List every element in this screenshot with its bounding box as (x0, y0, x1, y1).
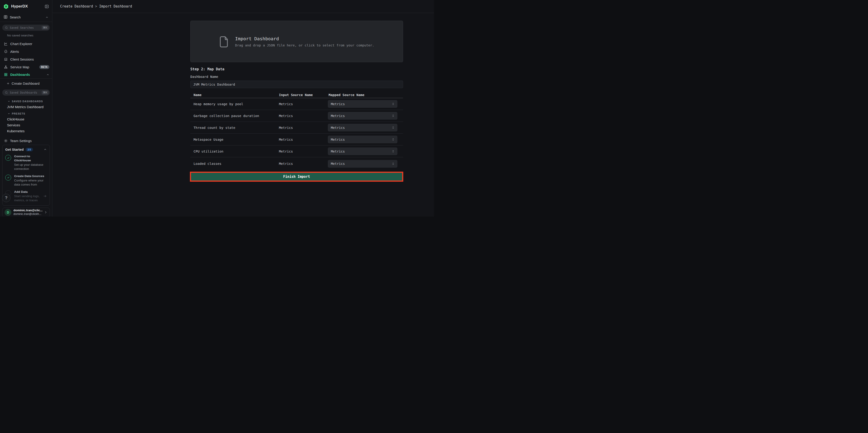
column-header-input-source: Input Source Name (279, 93, 328, 97)
row-name: Heap memory usage by pool (190, 102, 279, 106)
sidebar-item-service-map[interactable]: Service Map BETA (0, 63, 52, 71)
row-name: Metaspace Usage (190, 138, 279, 142)
dashboard-name-input[interactable] (190, 81, 403, 88)
breadcrumb-import-dashboard: Import Dashboard (99, 4, 132, 8)
mapped-source-select[interactable]: Metrics (328, 148, 397, 155)
shortcut-badge: ⌘K (42, 91, 49, 94)
step-label: Step 2: Map Data (190, 67, 403, 71)
table-row: CPU utilization Metrics Metrics (190, 146, 403, 157)
saved-searches-placeholder: Saved Searches (10, 26, 34, 29)
saved-dashboards-section-label: SAVED DASHBOARDS (12, 100, 43, 103)
breadcrumb: Create Dashboard > Import Dashboard (60, 4, 132, 8)
breadcrumb-create-dashboard[interactable]: Create Dashboard (60, 4, 93, 8)
menu-label: Dashboards (10, 73, 30, 76)
select-value: Metrics (331, 114, 345, 118)
mapped-source-select[interactable]: Metrics (328, 136, 397, 143)
avatar: D (5, 209, 11, 216)
gear-icon (4, 139, 8, 143)
menu-label: Alerts (10, 50, 19, 54)
chevron-up-icon[interactable] (43, 148, 47, 151)
get-started-item-texts: Add Data Start sending logs, metrics, or… (14, 190, 40, 203)
row-input-source: Metrics (279, 102, 328, 106)
sidebar-section-search[interactable]: Search (0, 13, 52, 22)
chart-explorer-icon (4, 42, 8, 46)
check-circle-icon (5, 155, 11, 161)
get-started-item-desc: Start sending logs, metrics, or traces (14, 194, 40, 203)
plus-icon (6, 82, 10, 85)
dropzone-texts: Import Dashboard Drag and drop a JSON fi… (235, 36, 374, 47)
saved-dashboard-item[interactable]: JVM Metrics Dashboard (0, 104, 52, 110)
saved-dashboards-placeholder: Saved Dashboards (10, 91, 37, 94)
laptop-icon (4, 57, 8, 61)
select-chevrons-icon (392, 126, 395, 129)
get-started-item-connect[interactable]: Connect to ClickHouse Set up your databa… (5, 154, 47, 171)
search-panel-icon (4, 15, 7, 20)
get-started-title: Get Started (5, 148, 24, 151)
select-value: Metrics (331, 126, 345, 129)
user-email: dominic.tran@clickh... (13, 212, 44, 216)
sidebar-item-chart-explorer[interactable]: Chart Explorer (0, 40, 52, 48)
select-chevrons-icon (392, 162, 395, 165)
chevron-up-icon[interactable] (45, 16, 49, 19)
mapped-source-select[interactable]: Metrics (328, 124, 397, 131)
get-started-item-sources[interactable]: Create Data Sources Configure where your… (5, 174, 47, 187)
saved-dashboards-section-toggle[interactable]: SAVED DASHBOARDS (0, 99, 52, 104)
mapped-source-select[interactable]: Metrics (328, 112, 397, 120)
create-dashboard-button[interactable]: Create Dashboard (0, 79, 52, 88)
get-started-item-texts: Create Data Sources Configure where your… (14, 174, 47, 187)
create-dashboard-label: Create Dashboard (11, 82, 40, 85)
mapped-source-select[interactable]: Metrics (328, 100, 397, 108)
file-icon (219, 35, 228, 48)
user-account-button[interactable]: D dominic.tran@clic... dominic.tran@clic… (2, 208, 50, 217)
user-texts: dominic.tran@clic... dominic.tran@clickh… (13, 209, 44, 216)
table-row: Loaded classes Metrics Metrics (190, 157, 403, 170)
select-chevrons-icon (392, 114, 395, 118)
saved-searches-input[interactable]: Saved Searches ⌘K (2, 25, 50, 31)
menu-label: Service Map (10, 65, 29, 69)
hyperdx-logo-icon (3, 4, 9, 9)
get-started-item-title: Connect to ClickHouse (14, 154, 47, 162)
dashboards-grid-icon (4, 73, 8, 76)
no-saved-searches-text: No saved searches (7, 34, 52, 37)
preset-item-services[interactable]: Services (0, 122, 52, 128)
get-started-item-add-data[interactable]: Add Data Start sending logs, metrics, or… (5, 190, 47, 203)
sidebar-item-dashboards[interactable]: Dashboards (0, 71, 52, 79)
saved-dashboards-input[interactable]: Saved Dashboards ⌘K (2, 90, 50, 96)
select-value: Metrics (331, 150, 345, 153)
search-icon (5, 91, 8, 94)
select-chevrons-icon (392, 138, 395, 141)
select-value: Metrics (331, 138, 345, 142)
get-started-item-desc: Set up your database connection (14, 163, 47, 171)
select-value: Metrics (331, 162, 345, 165)
dropzone-content: Import Dashboard Drag and drop a JSON fi… (219, 35, 374, 48)
preset-item-clickhouse[interactable]: ClickHouse (0, 116, 52, 122)
row-name: Thread count by state (190, 126, 279, 129)
dropzone-subtitle: Drag and drop a JSON file here, or click… (235, 43, 374, 47)
app-title: HyperDX (11, 4, 28, 9)
search-section-label: Search (10, 15, 21, 19)
team-settings-label: Team Settings (10, 139, 32, 143)
sidebar: HyperDX Search Saved Searches ⌘K No save… (0, 0, 52, 216)
preset-item-kubernetes[interactable]: Kubernetes (0, 128, 52, 134)
get-started-item-title: Create Data Sources (14, 174, 47, 178)
chevron-up-icon[interactable] (46, 73, 50, 76)
row-name: Garbage collection pause duration (190, 114, 279, 118)
sidebar-collapse-icon[interactable] (44, 4, 49, 9)
sidebar-item-alerts[interactable]: Alerts (0, 48, 52, 55)
sidebar-item-team-settings[interactable]: Team Settings (0, 136, 52, 145)
finish-import-button[interactable]: Finish Import (191, 173, 402, 181)
sidebar-item-client-sessions[interactable]: Client Sessions (0, 55, 52, 63)
get-started-progress-badge: 2/3 (26, 148, 33, 151)
mapped-source-select[interactable]: Metrics (328, 160, 397, 167)
select-chevrons-icon (392, 150, 395, 153)
get-started-header[interactable]: Get Started 2/3 (5, 148, 47, 151)
help-button[interactable]: ? (2, 194, 10, 202)
check-circle-icon (5, 175, 11, 181)
table-row: Heap memory usage by pool Metrics Metric… (190, 98, 403, 110)
row-name: CPU utilization (190, 150, 279, 153)
file-dropzone[interactable]: Import Dashboard Drag and drop a JSON fi… (190, 21, 403, 62)
column-header-name: Name (190, 93, 279, 97)
annotation-highlight-box: Finish Import (190, 172, 403, 182)
presets-section-toggle[interactable]: PRESETS (0, 111, 52, 116)
table-row: Thread count by state Metrics Metrics (190, 122, 403, 134)
